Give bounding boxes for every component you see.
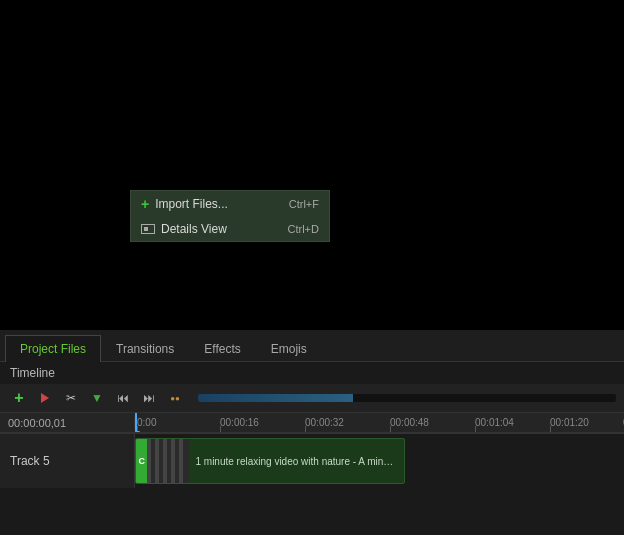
time-tick-48 xyxy=(390,426,391,432)
import-files-menu-item[interactable]: + Import Files... Ctrl+F xyxy=(131,191,329,217)
import-files-label: Import Files... xyxy=(155,197,228,211)
timeline-scrollbar[interactable] xyxy=(198,394,616,402)
svg-marker-0 xyxy=(41,393,49,403)
clip-color-bar: C xyxy=(136,439,147,483)
time-tick-16 xyxy=(220,426,221,432)
time-mark-0: 0:00 xyxy=(137,417,156,428)
cut-button[interactable]: ✂ xyxy=(60,387,82,409)
tab-effects[interactable]: Effects xyxy=(189,335,255,362)
time-mark-48: 00:00:48 xyxy=(390,417,429,428)
clip-title: 1 minute relaxing video with nature - A … xyxy=(189,456,404,467)
track-5-label: Track 5 xyxy=(0,434,135,488)
snap-button[interactable]: ▼ xyxy=(86,387,108,409)
context-menu: + Import Files... Ctrl+F Details View Ct… xyxy=(130,190,330,242)
plus-icon: + xyxy=(141,196,149,212)
tab-transitions[interactable]: Transitions xyxy=(101,335,189,362)
time-tick-80 xyxy=(550,426,551,432)
skip-end-button[interactable]: ⏭ xyxy=(138,387,160,409)
timeline-toolbar: + ✂ ▼ ⏮ ⏭ ●● xyxy=(0,384,624,413)
details-view-menu-item[interactable]: Details View Ctrl+D xyxy=(131,217,329,241)
time-tick-64 xyxy=(475,426,476,432)
thumb-stripe-1 xyxy=(147,439,151,483)
track-clip[interactable]: C 1 minute relaxing video with nature - … xyxy=(135,438,405,484)
scrollbar-fill xyxy=(198,394,353,402)
time-mark-64: 00:01:04 xyxy=(475,417,514,428)
thumb-stripe-4 xyxy=(171,439,175,483)
details-view-label: Details View xyxy=(161,222,227,236)
thumb-stripe-2 xyxy=(155,439,159,483)
time-tick-32 xyxy=(305,426,306,432)
more-options-button[interactable]: ●● xyxy=(164,387,186,409)
ripple-button[interactable] xyxy=(34,387,56,409)
thumb-stripe-3 xyxy=(163,439,167,483)
thumb-stripe-5 xyxy=(179,439,183,483)
time-mark-32: 00:00:32 xyxy=(305,417,344,428)
time-ruler: 00:00:00,01 0:00 00:00:16 00:00:32 00:00… xyxy=(0,413,624,433)
timeline-section: Timeline + ✂ ▼ ⏮ ⏭ ●● 00:00:00,01 0:00 0… xyxy=(0,362,624,488)
add-track-button[interactable]: + xyxy=(8,387,30,409)
time-mark-16: 00:00:16 xyxy=(220,417,259,428)
skip-start-button[interactable]: ⏮ xyxy=(112,387,134,409)
clip-thumbnail xyxy=(147,439,189,483)
playhead[interactable] xyxy=(135,413,137,432)
ripple-icon xyxy=(38,391,52,405)
track-5-content[interactable]: C 1 minute relaxing video with nature - … xyxy=(135,434,624,488)
tabs-row: Project Files Transitions Effects Emojis xyxy=(0,330,624,362)
track-area: Track 5 C 1 minute relaxing video with n… xyxy=(0,433,624,488)
details-view-shortcut: Ctrl+D xyxy=(288,223,319,235)
current-time-display: 00:00:00,01 xyxy=(0,417,135,429)
import-files-shortcut: Ctrl+F xyxy=(289,198,319,210)
details-icon xyxy=(141,224,155,234)
time-mark-80: 00:01:20 xyxy=(550,417,589,428)
playhead-triangle xyxy=(135,431,140,432)
time-markers: 0:00 00:00:16 00:00:32 00:00:48 00:01:04… xyxy=(135,413,624,432)
timeline-label: Timeline xyxy=(0,362,624,384)
tab-project-files[interactable]: Project Files xyxy=(5,335,101,362)
tab-emojis[interactable]: Emojis xyxy=(256,335,322,362)
preview-area: + Import Files... Ctrl+F Details View Ct… xyxy=(0,0,624,330)
